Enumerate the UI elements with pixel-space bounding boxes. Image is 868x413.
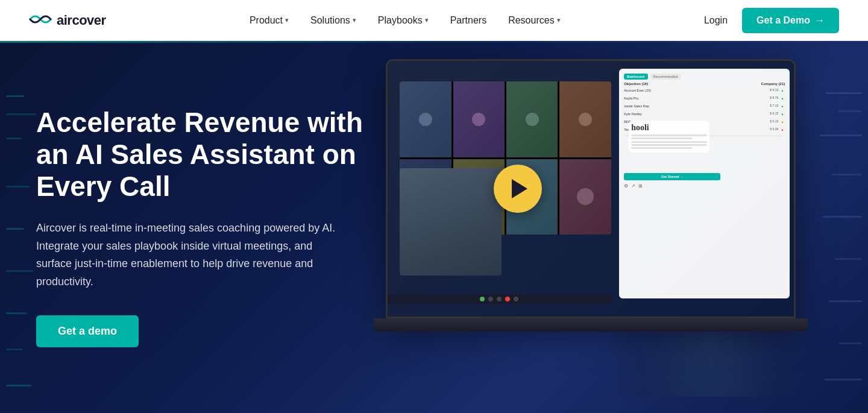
score-2: ● [779, 96, 785, 101]
main-nav: Product ▾ Solutions ▾ Playbooks ▾ Partne… [250, 15, 561, 26]
toolbar-dot-4 [505, 297, 510, 301]
nav-resources[interactable]: Resources ▾ [508, 15, 560, 26]
hero-section: Accelerate Revenue with an AI Sales Assi… [0, 41, 868, 413]
get-demo-button[interactable]: Get a Demo → [742, 8, 839, 33]
panel-tabs: Battlecard Recommended [624, 74, 785, 80]
video-cell-4 [559, 81, 611, 157]
toolbar-dot-3 [497, 297, 502, 301]
right-sidebar-panel: Battlecard Recommended Objection (16) Co… [619, 69, 790, 299]
hooli-section: hooli [629, 121, 709, 153]
panel-action-button[interactable]: Get Started → [624, 173, 720, 180]
toolbar-dot-5 [514, 297, 518, 301]
toolbar-dot-1 [480, 297, 485, 301]
login-button[interactable]: Login [704, 15, 728, 26]
navbar-right: Login Get a Demo → [704, 8, 839, 33]
solutions-chevron-icon: ▾ [353, 16, 356, 24]
brand-name: aircover [57, 13, 106, 28]
hero-description: Aircover is real-time in-meeting sales c… [36, 219, 350, 291]
hero-content: Accelerate Revenue with an AI Sales Assi… [36, 41, 386, 413]
video-cell-8 [559, 159, 611, 235]
grid-icon[interactable]: ⊞ [638, 183, 643, 189]
main-video-cell [400, 168, 502, 276]
objection-header: Objection (16) [624, 82, 648, 86]
score-1: ● [779, 88, 785, 93]
logo[interactable]: aircover [29, 12, 106, 29]
share-icon[interactable]: ↗ [631, 183, 635, 189]
laptop-base [374, 318, 808, 332]
video-cell-3 [506, 81, 558, 157]
logo-icon [29, 12, 52, 29]
settings-icon[interactable]: ⚙ [624, 183, 628, 189]
score-6: ● [779, 127, 785, 132]
video-cell-2 [453, 81, 505, 157]
nav-partners[interactable]: Partners [450, 15, 486, 26]
nav-product[interactable]: Product ▾ [250, 15, 289, 26]
tab-recommended[interactable]: Recommended [650, 74, 681, 80]
company-header: Company (21) [761, 82, 785, 86]
play-triangle-icon [512, 179, 527, 198]
video-cell-1 [400, 81, 451, 157]
product-chevron-icon: ▾ [285, 16, 289, 24]
arrow-icon: → [815, 15, 825, 26]
navbar: aircover Product ▾ Solutions ▾ Playbooks… [0, 0, 868, 41]
resources-chevron-icon: ▾ [557, 16, 561, 24]
nav-playbooks[interactable]: Playbooks ▾ [378, 15, 429, 26]
hero-title: Accelerate Revenue with an AI Sales Assi… [36, 107, 386, 203]
nav-solutions[interactable]: Solutions ▾ [310, 15, 356, 26]
panel-section-header: Objection (16) Company (21) [624, 82, 785, 86]
play-button[interactable] [494, 165, 542, 213]
panel-icon-row: ⚙ ↗ ⊞ [624, 183, 785, 189]
panel-item-3: Inside Sales Rep $ 7.13 ● [624, 102, 785, 110]
hero-cta-button[interactable]: Get a demo [36, 315, 139, 347]
score-3: ● [779, 104, 785, 109]
score-4: ● [779, 112, 785, 116]
score-5: ● [779, 119, 785, 124]
toolbar-dot-2 [488, 297, 493, 301]
laptop-screen: Battlecard Recommended Objection (16) Co… [386, 59, 796, 318]
panel-item-1: Account Exec (15) $ 9.13 ● [624, 87, 785, 95]
panel-item-4: Kyle Hartley $ 9.15 ● [624, 110, 785, 118]
panel-item-2: Kayla Pro $ 8.79 ● [624, 95, 785, 102]
hooli-brand: hooli [631, 123, 707, 133]
tab-battlecard[interactable]: Battlecard [624, 74, 647, 80]
hero-laptop: Battlecard Recommended Objection (16) Co… [386, 59, 844, 397]
playbooks-chevron-icon: ▾ [425, 16, 429, 24]
screen-toolbar [388, 294, 611, 304]
